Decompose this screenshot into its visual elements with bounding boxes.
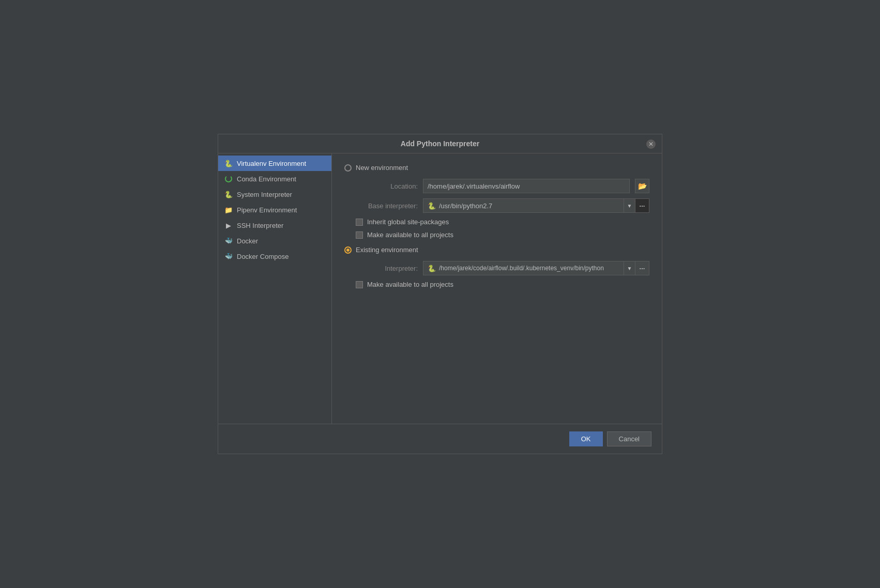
- existing-environment-fields: Interpreter: 🐍 /home/jarek/code/airflow/…: [356, 261, 649, 288]
- title-bar: Add Python Interpreter ✕: [218, 134, 662, 153]
- base-interpreter-row: Base interpreter: 🐍 /usr/bin/python2.7 ▼…: [356, 198, 649, 213]
- folder-open-icon: 📂: [638, 182, 647, 190]
- sidebar-item-label: Conda Environment: [237, 175, 296, 183]
- sidebar-item-system[interactable]: 🐍 System Interpreter: [218, 187, 331, 202]
- new-environment-radio[interactable]: New environment: [344, 164, 649, 172]
- docker-icon: 🐳: [224, 237, 233, 245]
- python-icon: 🐍: [224, 190, 233, 198]
- sidebar-item-label: Docker Compose: [237, 253, 289, 260]
- make-available-existing-label: Make available to all projects: [367, 281, 453, 288]
- base-interpreter-text: /usr/bin/python2.7: [439, 202, 492, 210]
- interpreter-python-icon: 🐍: [428, 265, 436, 272]
- python-icon: 🐍: [224, 159, 233, 167]
- terminal-icon: ▶: [224, 221, 233, 229]
- interpreter-dropdown-arrow[interactable]: ▼: [624, 261, 635, 275]
- new-environment-radio-circle: [344, 164, 352, 172]
- cancel-button[interactable]: Cancel: [607, 431, 651, 446]
- interpreter-row: Interpreter: 🐍 /home/jarek/code/airflow/…: [356, 261, 649, 275]
- make-available-existing-checkbox-row[interactable]: Make available to all projects: [356, 281, 649, 288]
- existing-environment-label: Existing environment: [356, 246, 418, 254]
- make-available-existing-checkbox[interactable]: [356, 281, 363, 288]
- make-available-new-label: Make available to all projects: [367, 231, 453, 239]
- new-environment-label: New environment: [356, 164, 408, 172]
- sidebar-item-docker[interactable]: 🐳 Docker: [218, 233, 331, 249]
- python-snake-icon: 🐍: [428, 202, 436, 210]
- base-interpreter-combo: 🐍 /usr/bin/python2.7 ▼ ···: [423, 198, 649, 213]
- dialog-body: 🐍 Virtualenv Environment Conda Environme…: [218, 153, 662, 424]
- sidebar-item-label: Pipenv Environment: [237, 206, 297, 214]
- conda-icon: [224, 175, 233, 183]
- sidebar-item-ssh[interactable]: ▶ SSH Interpreter: [218, 218, 331, 233]
- inherit-checkbox[interactable]: [356, 219, 363, 226]
- interpreter-combo: 🐍 /home/jarek/code/airflow/.build/.kuber…: [423, 261, 649, 275]
- existing-environment-radio[interactable]: Existing environment: [344, 246, 649, 254]
- sidebar-item-virtualenv[interactable]: 🐍 Virtualenv Environment: [218, 156, 331, 171]
- folder-icon: 📁: [224, 206, 233, 214]
- sidebar-item-label: Docker: [237, 237, 258, 245]
- sidebar-item-pipenv[interactable]: 📁 Pipenv Environment: [218, 202, 331, 218]
- existing-environment-radio-circle: [344, 246, 352, 254]
- inherit-label: Inherit global site-packages: [367, 218, 449, 226]
- dialog-title: Add Python Interpreter: [226, 140, 654, 148]
- make-available-new-checkbox-row[interactable]: Make available to all projects: [356, 231, 649, 239]
- interpreter-value: 🐍 /home/jarek/code/airflow/.build/.kuber…: [423, 261, 624, 275]
- dialog-footer: OK Cancel: [218, 424, 662, 454]
- sidebar-item-conda[interactable]: Conda Environment: [218, 171, 331, 187]
- new-environment-fields: Location: 📂 Base interpreter: 🐍 /usr/bin…: [356, 179, 649, 239]
- interpreter-path-text: /home/jarek/code/airflow/.build/.kuberne…: [439, 265, 604, 272]
- sidebar-item-label: SSH Interpreter: [237, 222, 283, 229]
- make-available-new-checkbox[interactable]: [356, 231, 363, 239]
- sidebar-item-label: System Interpreter: [237, 191, 292, 198]
- close-button[interactable]: ✕: [646, 140, 656, 149]
- base-interpreter-label: Base interpreter:: [356, 202, 418, 210]
- location-browse-button[interactable]: 📂: [635, 179, 649, 193]
- base-interpreter-arrow[interactable]: ▼: [624, 198, 635, 213]
- base-interpreter-browse[interactable]: ···: [635, 198, 649, 213]
- add-python-interpreter-dialog: Add Python Interpreter ✕ 🐍 Virtualenv En…: [218, 134, 662, 454]
- inherit-checkbox-row[interactable]: Inherit global site-packages: [356, 218, 649, 226]
- interpreter-label: Interpreter:: [356, 265, 418, 272]
- base-interpreter-value: 🐍 /usr/bin/python2.7: [423, 198, 624, 213]
- sidebar-item-docker-compose[interactable]: 🐳 Docker Compose: [218, 249, 331, 264]
- location-row: Location: 📂: [356, 179, 649, 193]
- location-input[interactable]: [423, 179, 630, 193]
- sidebar: 🐍 Virtualenv Environment Conda Environme…: [218, 153, 332, 424]
- sidebar-item-label: Virtualenv Environment: [237, 160, 306, 167]
- location-label: Location:: [356, 182, 418, 190]
- content-area: New environment Location: 📂 Base interpr…: [332, 153, 662, 424]
- interpreter-browse[interactable]: ···: [635, 261, 649, 275]
- docker-compose-icon: 🐳: [224, 252, 233, 260]
- ok-button[interactable]: OK: [569, 431, 603, 446]
